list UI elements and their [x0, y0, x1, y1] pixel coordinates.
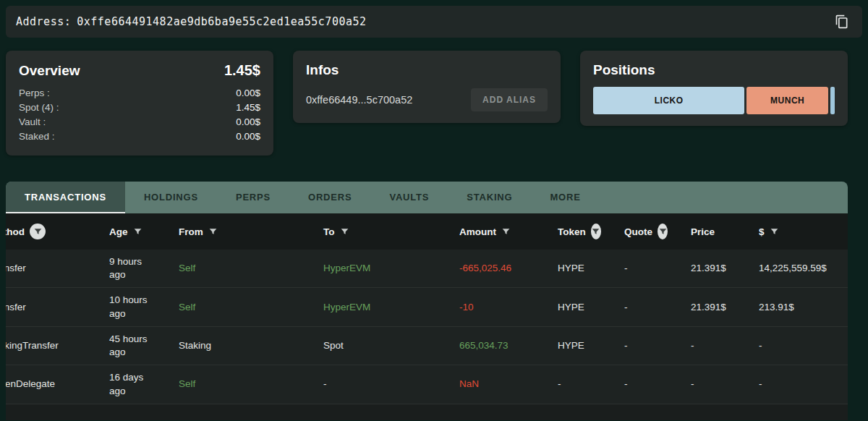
cell-quote: -: [624, 340, 628, 351]
header-age: Age: [109, 226, 128, 237]
overview-row-perps: Perps : 0.00$: [19, 86, 260, 101]
filter-icon[interactable]: [340, 227, 349, 237]
table-row[interactable]: Transfer 9 hours ago Self HyperEVM -665,…: [6, 250, 848, 288]
add-alias-button[interactable]: ADD ALIAS: [471, 88, 548, 111]
page: Address:0xffe664491482ae9db6ba9e55c2ed1e…: [0, 0, 868, 421]
cell-usd: -: [759, 340, 762, 351]
filter-icon[interactable]: [658, 224, 668, 239]
filter-icon[interactable]: [133, 227, 142, 237]
cell-amount: 665,034.73: [459, 340, 509, 351]
cell-amount: -665,025.46: [459, 263, 511, 273]
filter-icon[interactable]: [208, 227, 218, 237]
position-button-munch[interactable]: MUNCH: [746, 87, 828, 114]
header-token: Token: [558, 226, 586, 237]
transactions-table[interactable]: Method Age From To Amount Token Quote Pr…: [6, 213, 848, 420]
summary-cards: Overview 1.45$ Perps : 0.00$ Spot (4) : …: [6, 51, 848, 156]
cell-age: 16 days ago: [109, 372, 143, 396]
table-header-row: Method Age From To Amount Token Quote Pr…: [6, 213, 848, 250]
infos-card: Infos 0xffe66449...5c700a52 ADD ALIAS: [293, 51, 561, 123]
tab-transactions[interactable]: TRANSACTIONS: [6, 182, 125, 213]
cell-token: HYPE: [558, 302, 584, 312]
cell-method: Transfer: [6, 302, 26, 312]
tab-perps[interactable]: PERPS: [217, 182, 289, 213]
overview-title: Overview: [19, 63, 80, 79]
cell-from: Self: [179, 378, 195, 389]
cell-price: -: [691, 340, 694, 351]
header-price: Price: [691, 226, 715, 237]
address-bar: Address:0xffe664491482ae9db6ba9e55c2ed1e…: [6, 6, 862, 38]
header-usd: $: [759, 226, 765, 237]
cell-price: 21.391$: [691, 263, 726, 273]
overview-row-staked: Staked : 0.00$: [19, 129, 260, 144]
cell-age: 10 hours ago: [109, 294, 148, 318]
cell-to: HyperEVM: [323, 302, 370, 312]
tab-bar: TRANSACTIONS HOLDINGS PERPS ORDERS VAULT…: [6, 182, 848, 213]
cell-quote: -: [624, 263, 628, 273]
cell-amount: -10: [459, 302, 474, 312]
tab-vaults[interactable]: VAULTS: [370, 182, 448, 213]
cell-quote: -: [624, 378, 628, 389]
header-method: Method: [6, 226, 25, 237]
filter-icon[interactable]: [30, 224, 46, 239]
tab-holdings[interactable]: HOLDINGS: [125, 182, 217, 213]
overview-row-vault: Vault : 0.00$: [19, 115, 260, 129]
short-address: 0xffe66449...5c700a52: [306, 94, 412, 106]
position-button-licko[interactable]: LICKO: [593, 87, 744, 114]
cell-usd: 14,225,559.59$: [759, 263, 827, 273]
positions-card: Positions LICKO MUNCH: [580, 51, 848, 126]
overview-card: Overview 1.45$ Perps : 0.00$ Spot (4) : …: [6, 51, 273, 156]
cell-token: HYPE: [558, 340, 584, 351]
header-quote: Quote: [624, 226, 652, 237]
table-row[interactable]: Transfer 10 hours ago Self HyperEVM -10 …: [6, 288, 848, 326]
cell-price: -: [691, 378, 694, 389]
cell-from: Self: [179, 302, 195, 312]
cell-from: Self: [179, 263, 195, 273]
cell-quote: -: [624, 302, 628, 312]
cell-price: 21.391$: [691, 302, 726, 312]
table-row[interactable]: StakingTransfer 45 hours ago Staking Spo…: [6, 326, 848, 365]
filter-icon[interactable]: [770, 227, 779, 237]
cell-to: HyperEVM: [323, 263, 370, 273]
tab-orders[interactable]: ORDERS: [289, 182, 370, 213]
header-amount: Amount: [459, 226, 496, 237]
cell-age: 9 hours ago: [109, 256, 142, 280]
cell-usd: 213.91$: [759, 302, 794, 312]
header-from: From: [179, 226, 203, 237]
cell-to: Spot: [323, 340, 344, 351]
cell-age: 45 hours ago: [109, 333, 148, 357]
filter-icon[interactable]: [591, 224, 601, 239]
cell-method: StakingTransfer: [6, 340, 59, 351]
cell-usd: -: [759, 378, 762, 389]
table-row[interactable]: TokenDelegate 16 days ago Self - NaN - -…: [6, 365, 848, 404]
cell-to: -: [323, 378, 327, 389]
infos-title: Infos: [306, 62, 548, 78]
copy-icon[interactable]: [832, 12, 852, 32]
filter-icon[interactable]: [501, 227, 511, 237]
position-button-partial[interactable]: [830, 87, 835, 114]
cell-from: Staking: [179, 340, 211, 351]
wallet-address: Address:0xffe664491482ae9db6ba9e55c2ed1e…: [16, 15, 367, 28]
cell-method: TokenDelegate: [6, 378, 55, 389]
overview-total-value: 1.45$: [224, 62, 260, 79]
header-to: To: [323, 226, 335, 237]
tab-staking[interactable]: STAKING: [448, 182, 531, 213]
overview-row-spot: Spot (4) : 1.45$: [19, 101, 260, 115]
cell-amount: NaN: [459, 378, 479, 389]
cell-token: HYPE: [558, 263, 584, 273]
tab-more[interactable]: MORE: [531, 182, 599, 213]
positions-title: Positions: [593, 62, 835, 78]
cell-method: Transfer: [6, 263, 26, 273]
cell-token: -: [558, 378, 561, 389]
